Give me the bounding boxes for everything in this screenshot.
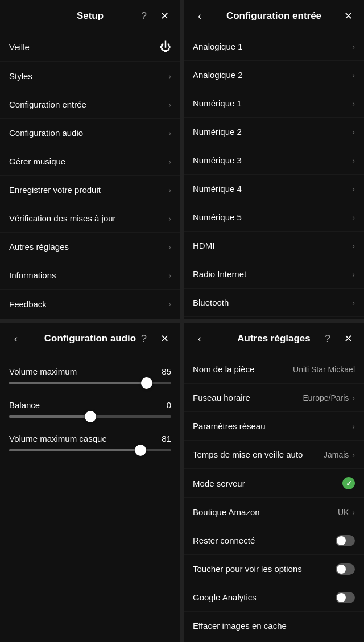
entree-radio-internet[interactable]: Radio Internet › <box>184 260 364 289</box>
verification-chevron: › <box>168 214 171 223</box>
volume-casque-value: 81 <box>162 434 171 443</box>
informations-chevron: › <box>168 271 171 280</box>
balance-thumb[interactable] <box>85 411 96 422</box>
volume-max-track[interactable] <box>9 382 171 384</box>
reglage-effacer-images[interactable]: Effacer images en cache <box>184 612 364 640</box>
mode-serveur-check <box>342 477 355 489</box>
setup-item-feedback[interactable]: Feedback › <box>0 290 180 318</box>
entree-bluetooth[interactable]: Bluetooth › <box>184 289 364 317</box>
rester-connecte-toggle[interactable] <box>336 535 355 546</box>
setup-item-autres[interactable]: Autres réglages › <box>0 233 180 261</box>
config-entree-chevron: › <box>168 100 171 109</box>
config-audio-question-icon[interactable]: ? <box>137 332 151 345</box>
veille-label: Veille <box>9 42 30 52</box>
config-audio-title: Configuration audio <box>44 333 136 344</box>
config-audio-header-left: ‹ <box>9 332 23 345</box>
setup-question-icon[interactable]: ? <box>137 9 151 23</box>
volume-max-thumb[interactable] <box>141 377 152 389</box>
setup-title: Setup <box>77 10 104 22</box>
styles-chevron: › <box>168 72 171 81</box>
reglage-mode-serveur[interactable]: Mode serveur <box>184 469 364 498</box>
entree-numerique3[interactable]: Numérique 3 › <box>184 146 364 175</box>
balance-track[interactable] <box>9 415 171 418</box>
volume-casque-header: Volume maximum casque 81 <box>9 434 171 443</box>
config-audio-chevron: › <box>168 129 171 138</box>
toucher-options-toggle[interactable] <box>336 563 355 575</box>
setup-close-icon[interactable]: ✕ <box>158 9 171 23</box>
config-audio-label: Configuration audio <box>9 128 83 138</box>
volume-max-fill <box>9 382 147 384</box>
balance-row: Balance 0 <box>9 400 171 418</box>
setup-header: Setup ? ✕ <box>0 0 180 32</box>
rester-connecte-toggle-knob <box>337 536 346 545</box>
balance-header: Balance 0 <box>9 400 171 410</box>
verification-label: Vérification des mises à jour <box>9 213 116 223</box>
autres-reglages-header-right: ? ✕ <box>321 332 355 345</box>
entree-numerique5[interactable]: Numérique 5 › <box>184 203 364 232</box>
entree-analogique2[interactable]: Analogique 2 › <box>184 61 364 89</box>
entree-numerique4[interactable]: Numérique 4 › <box>184 175 364 203</box>
volume-casque-thumb[interactable] <box>135 445 146 456</box>
informations-label: Informations <box>9 270 56 280</box>
setup-item-config-audio[interactable]: Configuration audio › <box>0 119 180 147</box>
toucher-options-toggle-knob <box>337 565 346 574</box>
setup-item-gerer-musique[interactable]: Gérer musique › <box>0 147 180 176</box>
autres-chevron: › <box>168 242 171 252</box>
config-entree-back-icon[interactable]: ‹ <box>193 9 206 23</box>
config-audio-sliders: Volume maximum 85 Balance 0 Volume maxim… <box>0 355 180 642</box>
gerer-musique-label: Gérer musique <box>9 157 65 166</box>
entree-hdmi[interactable]: HDMI › <box>184 232 364 260</box>
autres-reglages-question-icon[interactable]: ? <box>321 332 334 345</box>
reglage-reseau[interactable]: Paramètres réseau › <box>184 412 364 441</box>
gerer-musique-chevron: › <box>168 157 171 166</box>
autres-label: Autres réglages <box>9 242 69 252</box>
config-audio-header: ‹ Configuration audio ? ✕ <box>0 323 180 355</box>
volume-casque-label: Volume maximum casque <box>9 434 107 443</box>
reglage-veille-auto[interactable]: Temps de mise en veille auto Jamais › <box>184 441 364 469</box>
autres-reglages-title: Autres réglages <box>237 333 311 344</box>
setup-panel: Setup ? ✕ Veille ⏻ Styles › Configuratio… <box>0 0 180 319</box>
entree-numerique2[interactable]: Numérique 2 › <box>184 118 364 146</box>
autres-reglages-close-icon[interactable]: ✕ <box>341 332 355 345</box>
balance-fill <box>9 415 90 418</box>
volume-max-value: 85 <box>162 367 171 376</box>
config-audio-close-icon[interactable]: ✕ <box>158 332 171 345</box>
reglage-nom-piece[interactable]: Nom de la pièce Uniti Star Mickael <box>184 355 364 384</box>
config-entree-title: Configuration entrée <box>226 10 321 22</box>
volume-casque-row: Volume maximum casque 81 <box>9 434 171 451</box>
entree-numerique1[interactable]: Numérique 1 › <box>184 89 364 118</box>
google-analytics-label: Google Analytics <box>193 592 257 602</box>
autres-reglages-back-icon[interactable]: ‹ <box>193 332 206 345</box>
reglage-google-analytics[interactable]: Google Analytics <box>184 583 364 612</box>
volume-casque-track[interactable] <box>9 449 171 451</box>
config-entree-close-icon[interactable]: ✕ <box>341 9 355 23</box>
config-audio-back-icon[interactable]: ‹ <box>9 332 23 345</box>
setup-item-verification[interactable]: Vérification des mises à jour › <box>0 204 180 233</box>
reglage-fuseau[interactable]: Fuseau horaire Europe/Paris › <box>184 384 364 412</box>
config-entree-panel: ‹ Configuration entrée ✕ Analogique 1 › … <box>184 0 364 319</box>
autres-reglages-panel: ‹ Autres réglages ? ✕ Nom de la pièce Un… <box>184 323 364 642</box>
volume-max-header: Volume maximum 85 <box>9 367 171 376</box>
reglage-amazon[interactable]: Boutique Amazon UK › <box>184 498 364 526</box>
autres-reglages-header: ‹ Autres réglages ? ✕ <box>184 323 364 355</box>
setup-item-config-entree[interactable]: Configuration entrée › <box>0 90 180 119</box>
setup-item-styles[interactable]: Styles › <box>0 62 180 90</box>
entree-airplay[interactable]: Airplay › <box>184 317 364 319</box>
reglage-rester-connecte[interactable]: Rester connecté <box>184 526 364 555</box>
setup-item-enregistrer[interactable]: Enregistrer votre produit › <box>0 176 180 204</box>
setup-item-informations[interactable]: Informations › <box>0 261 180 290</box>
setup-header-right: ? ✕ <box>137 9 171 23</box>
google-analytics-toggle[interactable] <box>336 592 355 603</box>
autres-reglages-menu-list: Nom de la pièce Uniti Star Mickael Fusea… <box>184 355 364 642</box>
feedback-chevron: › <box>168 299 171 308</box>
google-analytics-toggle-knob <box>337 593 346 602</box>
entree-analogique1[interactable]: Analogique 1 › <box>184 32 364 61</box>
autres-reglages-header-left: ‹ <box>193 332 206 345</box>
reglage-toucher-options[interactable]: Toucher pour voir les options <box>184 555 364 583</box>
balance-label: Balance <box>9 400 40 410</box>
volume-max-label: Volume maximum <box>9 367 77 376</box>
volume-casque-fill <box>9 449 140 451</box>
balance-value: 0 <box>167 400 171 410</box>
setup-item-veille[interactable]: Veille ⏻ <box>0 32 180 62</box>
config-entree-header-left: ‹ <box>193 9 206 23</box>
